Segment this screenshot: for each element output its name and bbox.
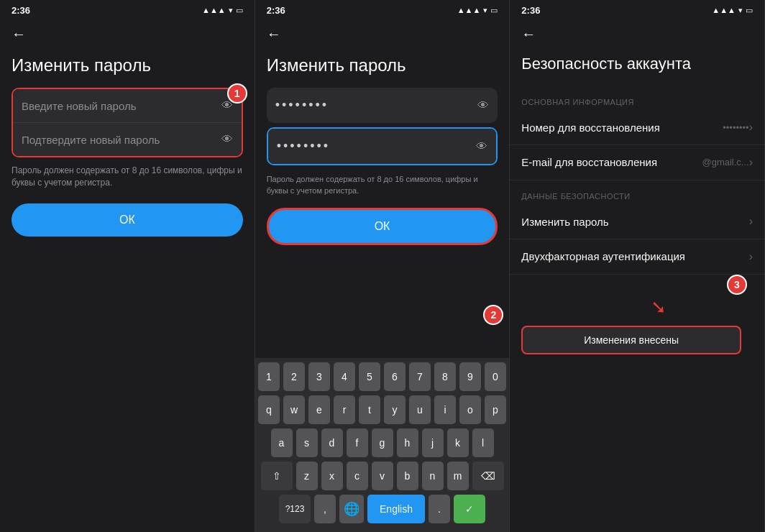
menu-item-phone[interactable]: Номер для восстановления •••••••• › xyxy=(510,111,764,146)
key-7[interactable]: 7 xyxy=(409,362,431,391)
panel-title-1: Изменить пароль xyxy=(0,48,255,88)
signal-icon-3: ▲▲▲ xyxy=(712,6,736,14)
confirm-password-placeholder: Подтвердите новый пароль xyxy=(22,134,221,146)
key-a[interactable]: a xyxy=(271,428,293,457)
new-password-placeholder: Введите новый пароль xyxy=(22,100,221,112)
key-enter[interactable]: ✓ xyxy=(454,495,485,523)
key-u[interactable]: u xyxy=(409,395,431,424)
key-d[interactable]: d xyxy=(321,428,343,457)
menu-item-email-text: E-mail для восстановления xyxy=(521,155,702,170)
key-i[interactable]: i xyxy=(434,395,456,424)
menu-item-phone-title: Номер для восстановления xyxy=(521,121,723,135)
menu-item-phone-text: Номер для восстановления xyxy=(521,121,723,135)
menu-item-email-title: E-mail для восстановления xyxy=(521,155,702,170)
eye-icon-4[interactable]: 👁 xyxy=(476,140,487,153)
wifi-icon-3: ▾ xyxy=(738,6,743,15)
status-icons-2: ▲▲▲ ▾ ▭ xyxy=(457,6,498,15)
key-globe[interactable]: 🌐 xyxy=(339,495,364,523)
key-6[interactable]: 6 xyxy=(384,362,406,391)
key-x[interactable]: x xyxy=(321,462,343,490)
password-input-2-panel2: •••••••• 👁 xyxy=(267,127,498,165)
password-input-group-1: Введите новый пароль 👁 Подтвердите новый… xyxy=(12,88,243,157)
key-backspace[interactable]: ⌫ xyxy=(472,462,504,490)
key-z[interactable]: z xyxy=(296,462,318,490)
key-5[interactable]: 5 xyxy=(359,362,380,391)
keyboard-row-qwerty: q w e r t y u i o p xyxy=(258,395,507,424)
key-n[interactable]: n xyxy=(422,462,444,490)
wifi-icon-1: ▾ xyxy=(229,6,233,15)
toast-notification: Изменения внесены xyxy=(521,326,741,354)
menu-item-2fa[interactable]: Двухфакторная аутентификация › xyxy=(510,239,764,275)
section-header-security: ДАННЫЕ БЕЗОПАСНОСТИ xyxy=(510,180,764,205)
key-o[interactable]: o xyxy=(459,395,481,424)
key-q[interactable]: q xyxy=(258,395,280,424)
key-9[interactable]: 9 xyxy=(459,362,481,391)
confirm-password-field-1[interactable]: Подтвердите новый пароль 👁 xyxy=(13,123,242,156)
key-s[interactable]: s xyxy=(296,428,318,457)
key-g[interactable]: g xyxy=(372,428,393,457)
key-r[interactable]: r xyxy=(334,395,355,424)
key-numeric[interactable]: ?123 xyxy=(279,495,311,523)
status-bar-3: 2:36 ▲▲▲ ▾ ▭ xyxy=(510,0,764,20)
key-w[interactable]: w xyxy=(283,395,305,424)
status-bar-1: 2:36 ▲▲▲ ▾ ▭ xyxy=(0,0,255,20)
key-3[interactable]: 3 xyxy=(308,362,330,391)
menu-item-email-value: @gmail.c... xyxy=(702,157,748,168)
eye-icon-2[interactable]: 👁 xyxy=(221,133,233,146)
key-h[interactable]: h xyxy=(397,428,418,457)
confirm-password-field-2[interactable]: •••••••• 👁 xyxy=(268,129,497,164)
key-2[interactable]: 2 xyxy=(283,362,305,391)
chevron-email: › xyxy=(749,156,753,169)
password-input-1-panel2: •••••••• 👁 xyxy=(267,88,498,123)
key-period[interactable]: . xyxy=(429,495,450,523)
ok-button-2[interactable]: ОК xyxy=(267,208,498,245)
panel-1: 2:36 ▲▲▲ ▾ ▭ ← Изменить пароль Введите н… xyxy=(0,0,255,532)
key-v[interactable]: v xyxy=(372,462,393,490)
status-icons-1: ▲▲▲ ▾ ▭ xyxy=(202,6,243,15)
key-8[interactable]: 8 xyxy=(434,362,456,391)
back-button-1[interactable]: ← xyxy=(0,20,255,48)
menu-item-email[interactable]: E-mail для восстановления @gmail.c... › xyxy=(510,145,764,180)
key-0[interactable]: 0 xyxy=(485,362,506,391)
key-j[interactable]: j xyxy=(422,428,444,457)
ok-button-1[interactable]: ОК xyxy=(12,203,243,237)
hint-text-1: Пароль должен содержать от 8 до 16 симво… xyxy=(0,157,255,196)
arrow-indicator: ➘ xyxy=(510,296,666,318)
menu-item-2fa-title: Двухфакторная аутентификация xyxy=(521,249,748,264)
new-password-dots: •••••••• xyxy=(275,98,478,113)
key-m[interactable]: m xyxy=(447,462,469,490)
key-1[interactable]: 1 xyxy=(258,362,280,391)
battery-icon-1: ▭ xyxy=(236,6,243,15)
chevron-2fa: › xyxy=(749,250,753,263)
key-b[interactable]: b xyxy=(397,462,418,490)
menu-item-password-text: Изменить пароль xyxy=(521,215,748,229)
step-badge-1: 1 xyxy=(227,83,247,104)
menu-item-2fa-text: Двухфакторная аутентификация xyxy=(521,249,748,264)
key-c[interactable]: c xyxy=(347,462,368,490)
key-k[interactable]: k xyxy=(447,428,469,457)
key-f[interactable]: f xyxy=(347,428,368,457)
menu-item-phone-value: •••••••• xyxy=(723,122,748,133)
key-t[interactable]: t xyxy=(359,395,380,424)
panel-title-2: Изменить пароль xyxy=(255,48,510,88)
key-y[interactable]: y xyxy=(384,395,406,424)
eye-icon-3[interactable]: 👁 xyxy=(477,99,489,112)
key-e[interactable]: e xyxy=(308,395,330,424)
back-button-2[interactable]: ← xyxy=(255,20,510,48)
key-english[interactable]: English xyxy=(367,495,425,523)
status-time-2: 2:36 xyxy=(267,5,285,16)
new-password-field-2[interactable]: •••••••• 👁 xyxy=(267,88,498,123)
key-4[interactable]: 4 xyxy=(334,362,355,391)
status-time-3: 2:36 xyxy=(521,5,540,16)
menu-item-change-password[interactable]: Изменить пароль › xyxy=(510,205,764,240)
new-password-field-1[interactable]: Введите новый пароль 👁 xyxy=(13,89,242,123)
key-comma[interactable]: , xyxy=(314,495,336,523)
status-bar-2: 2:36 ▲▲▲ ▾ ▭ xyxy=(255,0,510,20)
keyboard-row-zxcv: ⇧ z x c v b n m ⌫ xyxy=(258,462,507,490)
keyboard-row-numbers: 1 2 3 4 5 6 7 8 9 0 xyxy=(258,362,507,391)
menu-item-password-title: Изменить пароль xyxy=(521,215,748,229)
key-l[interactable]: l xyxy=(472,428,494,457)
key-shift[interactable]: ⇧ xyxy=(261,462,293,490)
key-p[interactable]: p xyxy=(485,395,506,424)
back-button-3[interactable]: ← xyxy=(510,20,764,48)
